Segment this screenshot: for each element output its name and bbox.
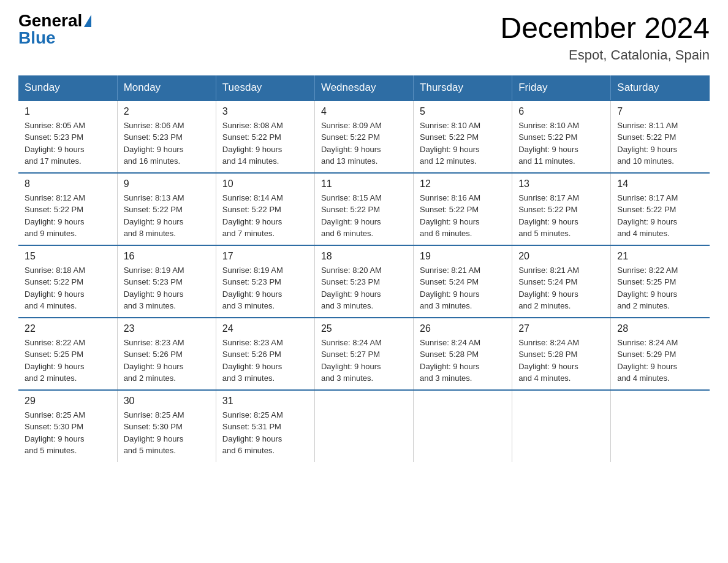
day-info-line: Sunrise: 8:19 AM [222, 266, 283, 275]
day-info-line: Sunrise: 8:23 AM [124, 338, 184, 347]
calendar-cell: 5Sunrise: 8:10 AMSunset: 5:22 PMDaylight… [414, 101, 512, 173]
day-number: 16 [124, 251, 210, 262]
day-number: 15 [25, 251, 111, 262]
day-number: 1 [25, 106, 111, 117]
calendar-cell: 31Sunrise: 8:25 AMSunset: 5:31 PMDayligh… [216, 390, 314, 462]
day-info-line: Sunrise: 8:13 AM [124, 193, 184, 202]
day-number: 22 [25, 323, 111, 334]
day-info-line: and 4 minutes. [617, 373, 669, 383]
calendar-cell: 23Sunrise: 8:23 AMSunset: 5:26 PMDayligh… [117, 318, 216, 390]
day-number: 7 [617, 106, 703, 117]
day-info-line: Sunrise: 8:20 AM [321, 266, 382, 275]
day-info: Sunrise: 8:14 AMSunset: 5:22 PMDaylight:… [222, 192, 308, 240]
day-info-line: Sunrise: 8:18 AM [25, 266, 85, 275]
day-info-line: Sunrise: 8:23 AM [222, 338, 283, 347]
day-info-line: Daylight: 9 hours [518, 217, 578, 226]
day-info-line: Sunrise: 8:25 AM [25, 410, 85, 419]
logo-general-text: General [18, 12, 82, 29]
day-number: 27 [518, 323, 604, 334]
calendar-cell: 27Sunrise: 8:24 AMSunset: 5:28 PMDayligh… [512, 318, 611, 390]
day-info-line: Daylight: 9 hours [321, 217, 381, 226]
day-info: Sunrise: 8:22 AMSunset: 5:25 PMDaylight:… [617, 264, 703, 312]
day-info-line: Daylight: 9 hours [321, 289, 381, 299]
page-subtitle: Espot, Catalonia, Spain [500, 47, 710, 63]
day-info-line: Sunset: 5:28 PM [420, 350, 479, 359]
day-number: 3 [222, 106, 308, 117]
day-info-line: Daylight: 9 hours [124, 434, 184, 443]
calendar-cell: 14Sunrise: 8:17 AMSunset: 5:22 PMDayligh… [611, 173, 710, 245]
day-info-line: and 17 minutes. [25, 156, 82, 166]
day-info-line: and 14 minutes. [222, 156, 279, 166]
day-info-line: and 16 minutes. [124, 156, 181, 166]
day-info-line: and 6 minutes. [222, 446, 275, 455]
day-number: 28 [617, 323, 703, 334]
day-info-line: Sunset: 5:24 PM [518, 277, 577, 286]
day-info-line: Sunset: 5:22 PM [25, 205, 83, 214]
calendar-cell: 15Sunrise: 8:18 AMSunset: 5:22 PMDayligh… [18, 245, 117, 318]
day-info: Sunrise: 8:21 AMSunset: 5:24 PMDaylight:… [420, 264, 506, 312]
day-info-line: Sunrise: 8:05 AM [25, 121, 85, 130]
day-info-line: Daylight: 9 hours [25, 434, 85, 443]
title-area: December 2024 Espot, Catalonia, Spain [500, 12, 710, 63]
day-info: Sunrise: 8:13 AMSunset: 5:22 PMDaylight:… [124, 192, 210, 240]
day-info-line: Sunset: 5:23 PM [124, 277, 183, 286]
calendar-cell: 8Sunrise: 8:12 AMSunset: 5:22 PMDaylight… [18, 173, 117, 245]
day-info-line: Daylight: 9 hours [321, 362, 381, 371]
day-info: Sunrise: 8:15 AMSunset: 5:22 PMDaylight:… [321, 192, 407, 240]
day-info-line: Daylight: 9 hours [124, 289, 184, 299]
calendar-cell: 26Sunrise: 8:24 AMSunset: 5:28 PMDayligh… [414, 318, 512, 390]
calendar-cell: 10Sunrise: 8:14 AMSunset: 5:22 PMDayligh… [216, 173, 314, 245]
calendar-week-row: 1Sunrise: 8:05 AMSunset: 5:23 PMDaylight… [18, 101, 710, 173]
day-info-line: Daylight: 9 hours [420, 145, 480, 154]
calendar-cell: 12Sunrise: 8:16 AMSunset: 5:22 PMDayligh… [414, 173, 512, 245]
day-info-line: and 11 minutes. [518, 156, 575, 166]
day-info-line: and 2 minutes. [617, 301, 669, 310]
day-number: 2 [124, 106, 210, 117]
day-info-line: and 10 minutes. [617, 156, 674, 166]
day-info: Sunrise: 8:18 AMSunset: 5:22 PMDaylight:… [25, 264, 111, 312]
day-info-line: Sunset: 5:22 PM [321, 132, 380, 142]
day-info-line: Daylight: 9 hours [222, 217, 282, 226]
day-info-line: Daylight: 9 hours [518, 362, 578, 371]
day-info-line: and 4 minutes. [518, 373, 571, 383]
day-info-line: and 3 minutes. [420, 301, 472, 310]
day-info-line: Sunset: 5:23 PM [321, 277, 380, 286]
day-number: 9 [124, 178, 210, 190]
day-info-line: Sunrise: 8:10 AM [518, 121, 579, 130]
calendar-cell: 18Sunrise: 8:20 AMSunset: 5:23 PMDayligh… [314, 245, 413, 318]
day-info-line: and 5 minutes. [124, 446, 176, 455]
day-number: 5 [420, 106, 506, 117]
day-info: Sunrise: 8:24 AMSunset: 5:29 PMDaylight:… [617, 337, 703, 385]
day-number: 30 [124, 396, 210, 407]
calendar-header-thursday: Thursday [414, 75, 512, 101]
day-info-line: Sunset: 5:22 PM [518, 132, 577, 142]
day-info: Sunrise: 8:11 AMSunset: 5:22 PMDaylight:… [617, 120, 703, 167]
day-info-line: and 6 minutes. [321, 229, 373, 238]
day-info-line: Sunset: 5:22 PM [420, 132, 479, 142]
calendar-cell: 24Sunrise: 8:23 AMSunset: 5:26 PMDayligh… [216, 318, 314, 390]
day-number: 14 [617, 178, 703, 190]
day-info-line: Daylight: 9 hours [222, 434, 282, 443]
day-info-line: and 5 minutes. [25, 446, 77, 455]
calendar-header-tuesday: Tuesday [216, 75, 314, 101]
day-info-line: Sunrise: 8:25 AM [222, 410, 283, 419]
calendar-header-monday: Monday [117, 75, 216, 101]
day-info: Sunrise: 8:24 AMSunset: 5:27 PMDaylight:… [321, 337, 407, 385]
day-info-line: Sunset: 5:22 PM [321, 205, 380, 214]
calendar-cell: 16Sunrise: 8:19 AMSunset: 5:23 PMDayligh… [117, 245, 216, 318]
day-info-line: Sunset: 5:25 PM [617, 277, 676, 286]
calendar-cell: 28Sunrise: 8:24 AMSunset: 5:29 PMDayligh… [611, 318, 710, 390]
day-number: 6 [518, 106, 604, 117]
calendar-cell [611, 390, 710, 462]
day-info-line: Sunset: 5:31 PM [222, 422, 281, 431]
logo-triangle-icon [84, 15, 91, 27]
day-info-line: Daylight: 9 hours [124, 362, 184, 371]
day-info-line: and 3 minutes. [321, 373, 373, 383]
day-info-line: and 2 minutes. [25, 373, 77, 383]
day-info-line: Sunrise: 8:24 AM [420, 338, 480, 347]
calendar-cell: 29Sunrise: 8:25 AMSunset: 5:30 PMDayligh… [18, 390, 117, 462]
day-info-line: Sunrise: 8:12 AM [25, 193, 85, 202]
day-info-line: Daylight: 9 hours [518, 145, 578, 154]
day-info-line: Sunrise: 8:15 AM [321, 193, 382, 202]
day-info-line: Sunset: 5:26 PM [124, 350, 183, 359]
